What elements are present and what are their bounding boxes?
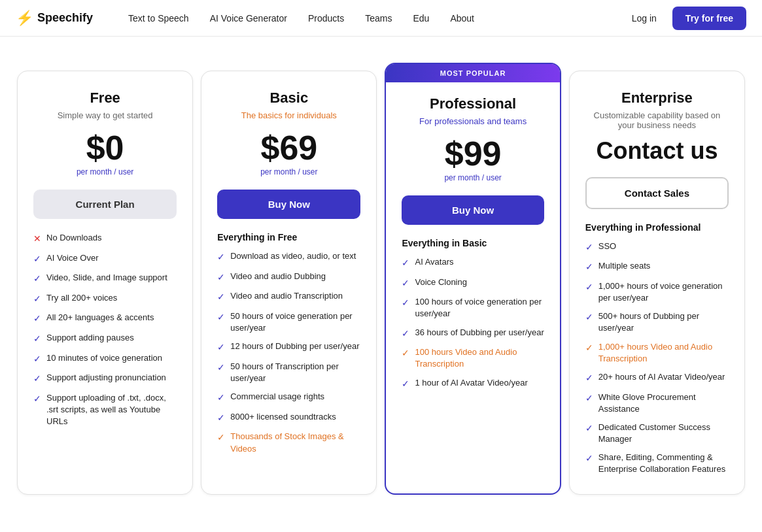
login-button[interactable]: Log in <box>624 8 665 29</box>
feature-item: ✓Share, Editing, Commenting & Enterprise… <box>585 452 729 475</box>
nav-link-products[interactable]: Products <box>299 8 353 29</box>
check-icon: ✓ <box>33 333 41 346</box>
plan-name-professional: Professional <box>402 95 544 112</box>
check-icon: ✓ <box>33 353 41 366</box>
feature-text: 36 hours of Dubbing per user/year <box>415 327 544 339</box>
feature-item: ✓Try all 200+ voices <box>33 292 177 306</box>
feature-item: ✓10 minutes of voice generation <box>33 352 177 366</box>
check-icon: ✓ <box>585 281 593 294</box>
feature-item: ✓50 hours of voice generation per user/y… <box>217 310 360 334</box>
feature-text: Video and audio Transcription <box>230 290 343 302</box>
contact-sales-button[interactable]: Contact Sales <box>585 177 729 209</box>
plan-price-period-basic: per month / user <box>217 167 360 176</box>
check-icon: ✓ <box>217 431 225 444</box>
feature-text: Multiple seats <box>598 260 650 272</box>
feature-item: ✓Thousands of Stock Images & Videos <box>217 431 360 454</box>
buy-button-basic[interactable]: Buy Now <box>217 190 360 219</box>
nav-link-text-to-speech[interactable]: Text to Speech <box>119 8 198 29</box>
feature-text: 500+ hours of Dubbing per user/year <box>598 310 729 334</box>
nav-actions: Log in Try for free <box>624 7 746 30</box>
plan-price-period-professional: per month / user <box>402 173 544 182</box>
pricing-section: FreeSimple way to get started$0per month… <box>0 37 762 503</box>
check-icon: ✓ <box>33 273 41 286</box>
plan-name-free: Free <box>33 90 177 107</box>
cross-icon: ✕ <box>33 233 41 246</box>
nav-link-ai-voice-generator[interactable]: AI Voice Generator <box>201 8 296 29</box>
plan-name-enterprise: Enterprise <box>585 90 729 107</box>
feature-text: Share, Editing, Commenting & Enterprise … <box>598 452 729 475</box>
feature-text: SSO <box>598 241 616 252</box>
feature-text: Support adjusting pronunciation <box>46 372 166 384</box>
plan-tagline-professional: For professionals and teams <box>402 116 544 126</box>
feature-text: 100 hours Video and Audio Transcription <box>415 346 544 370</box>
logo-icon: ⚡ <box>16 10 33 27</box>
plan-card-enterprise: EnterpriseCustomizable capability based … <box>569 71 745 495</box>
feature-list-basic: ✓Download as video, audio, or text✓Video… <box>217 250 360 455</box>
feature-text: Download as video, audio, or text <box>230 250 356 262</box>
check-icon: ✓ <box>402 378 409 391</box>
feature-item: ✓Commercial usage rights <box>217 391 360 405</box>
check-icon: ✓ <box>217 291 225 304</box>
current-plan-button: Current Plan <box>33 190 177 219</box>
features-title-enterprise: Everything in Professional <box>585 222 729 233</box>
feature-item: ✓Support uploading of .txt, .docx, .srt … <box>33 392 177 428</box>
feature-item: ✓20+ hours of AI Avatar Video/year <box>585 371 729 385</box>
buy-button-professional[interactable]: Buy Now <box>402 195 544 225</box>
feature-text: 8000+ licensed soundtracks <box>230 411 336 423</box>
feature-list-free: ✕No Downloads✓AI Voice Over✓Video, Slide… <box>33 232 177 427</box>
feature-text: 1,000+ hours Video and Audio Transcripti… <box>598 341 729 365</box>
feature-text: 100 hours of voice generation per user/y… <box>415 296 544 320</box>
logo-text: Speechify <box>37 11 93 25</box>
feature-text: No Downloads <box>46 232 102 244</box>
nav-link-edu[interactable]: Edu <box>404 8 438 29</box>
nav-link-teams[interactable]: Teams <box>356 8 401 29</box>
feature-item: ✓12 hours of Dubbing per user/year <box>217 341 360 354</box>
feature-item: ✓100 hours Video and Audio Transcription <box>402 346 544 370</box>
feature-text: All 20+ languages & accents <box>46 312 154 324</box>
try-button[interactable]: Try for free <box>672 7 746 30</box>
check-icon: ✓ <box>402 297 409 310</box>
plan-price-period-free: per month / user <box>33 167 177 176</box>
feature-text: AI Voice Over <box>46 252 98 264</box>
plan-tagline-enterprise: Customizable capability based on your bu… <box>585 110 729 130</box>
feature-text: 1 hour of AI Avatar Video/year <box>415 377 527 389</box>
check-icon: ✓ <box>217 341 225 354</box>
popular-badge: MOST POPULAR <box>386 64 559 82</box>
feature-text: AI Avatars <box>415 256 453 268</box>
feature-text: Dedicated Customer Success Manager <box>598 422 729 445</box>
nav-links: Text to SpeechAI Voice GeneratorProducts… <box>119 8 624 29</box>
feature-text: Support uploading of .txt, .docx, .srt s… <box>46 392 177 428</box>
feature-item: ✓Video, Slide, and Image support <box>33 272 177 286</box>
feature-item: ✓Video and audio Transcription <box>217 290 360 304</box>
feature-item: ✓Voice Cloning <box>402 276 544 290</box>
plan-name-basic: Basic <box>217 90 360 107</box>
check-icon: ✓ <box>217 412 225 425</box>
feature-item: ✓1 hour of AI Avatar Video/year <box>402 377 544 391</box>
feature-text: 50 hours of voice generation per user/ye… <box>230 310 360 334</box>
feature-text: 12 hours of Dubbing per user/year <box>230 341 359 352</box>
plan-price-professional: $99 <box>402 137 544 171</box>
contact-us-text: Contact us <box>585 138 729 164</box>
check-icon: ✓ <box>402 327 409 341</box>
feature-item: ✓Support adding pauses <box>33 332 177 346</box>
plan-price-basic: $69 <box>217 131 360 165</box>
feature-item: ✕No Downloads <box>33 232 177 246</box>
feature-text: 50 hours of Transcription per user/year <box>230 361 360 384</box>
feature-item: ✓1,000+ hours of voice generation per us… <box>585 280 729 304</box>
check-icon: ✓ <box>33 373 41 386</box>
nav-link-about[interactable]: About <box>441 8 483 29</box>
plan-card-professional: MOST POPULARProfessionalFor professional… <box>385 63 561 495</box>
check-icon: ✓ <box>217 311 225 324</box>
check-icon: ✓ <box>402 257 409 270</box>
logo[interactable]: ⚡ Speechify <box>16 10 93 27</box>
check-icon: ✓ <box>585 372 593 385</box>
feature-text: White Glove Procurement Assistance <box>598 391 729 415</box>
feature-text: 1,000+ hours of voice generation per use… <box>598 280 729 304</box>
feature-item: ✓500+ hours of Dubbing per user/year <box>585 310 729 334</box>
feature-item: ✓Video and audio Dubbing <box>217 271 360 284</box>
feature-item: ✓White Glove Procurement Assistance <box>585 391 729 415</box>
plan-tagline-free: Simple way to get started <box>33 110 177 120</box>
check-icon: ✓ <box>33 393 41 406</box>
check-icon: ✓ <box>217 391 225 405</box>
feature-item: ✓SSO <box>585 241 729 254</box>
